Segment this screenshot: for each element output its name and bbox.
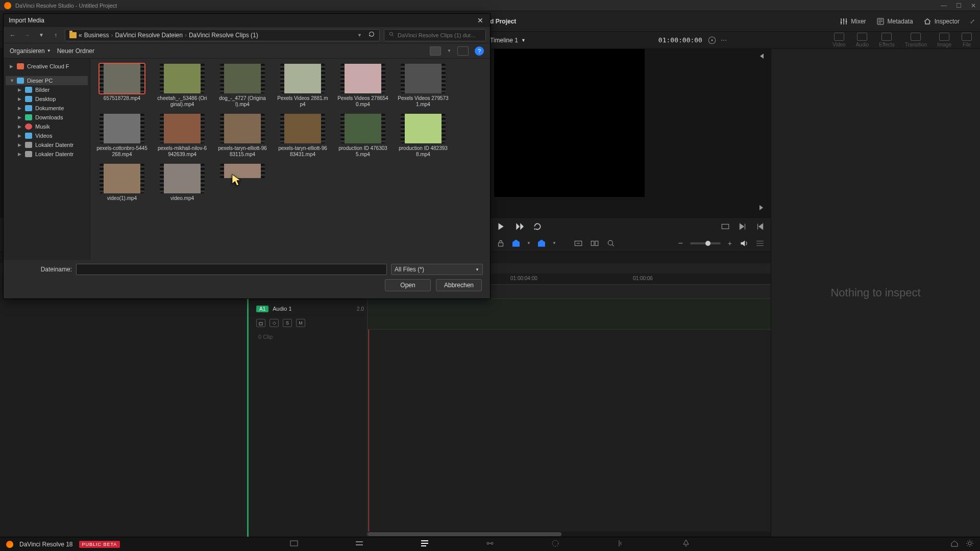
file-item[interactable]: Pexels Videos 2881.mp4 bbox=[277, 64, 328, 108]
next-frame-button[interactable] bbox=[514, 222, 524, 231]
page-edit-icon[interactable] bbox=[420, 539, 429, 550]
tree-item-videos[interactable]: ▶Videos bbox=[6, 131, 88, 140]
page-cut-icon[interactable] bbox=[355, 539, 364, 550]
goto-start-icon[interactable] bbox=[755, 222, 765, 231]
track-header-a1[interactable]: A1 Audio 1 2.0 bbox=[256, 302, 364, 315]
file-item[interactable]: pexels-taryn-elliott-9683115.mp4 bbox=[217, 114, 268, 158]
search-box[interactable] bbox=[384, 29, 486, 41]
file-item[interactable]: production ID 4823938.mp4 bbox=[398, 114, 449, 158]
zoom-fit-icon[interactable] bbox=[574, 239, 583, 248]
track-solo-a1[interactable]: S bbox=[283, 319, 292, 327]
track-lane-a1[interactable] bbox=[368, 299, 771, 330]
open-button[interactable]: Open bbox=[385, 279, 431, 291]
page-media-icon[interactable] bbox=[289, 539, 299, 550]
nav-back-button[interactable]: ← bbox=[8, 30, 18, 40]
thumbnail-view-button[interactable] bbox=[430, 46, 441, 56]
loop-button[interactable] bbox=[533, 222, 542, 231]
tree-item-creative-cloud[interactable]: ▶Creative Cloud F bbox=[6, 62, 88, 71]
organize-dropdown[interactable]: Organisieren ▼ bbox=[10, 47, 51, 55]
inspector-tab-effects[interactable]: Effects bbox=[876, 32, 897, 48]
track-lock-a1[interactable] bbox=[256, 319, 265, 327]
breadcrumb-item[interactable]: DaVinci Resolve Dateien bbox=[115, 32, 183, 39]
file-item[interactable]: video(1).mp4 bbox=[96, 164, 148, 202]
match-frame-icon[interactable] bbox=[721, 222, 730, 231]
page-fairlight-icon[interactable] bbox=[616, 539, 625, 550]
jump-end-icon[interactable] bbox=[757, 204, 766, 213]
search-input[interactable] bbox=[398, 32, 481, 38]
panel-expand-icon[interactable]: ⤢ bbox=[970, 18, 975, 25]
cancel-button[interactable]: Abbrechen bbox=[436, 279, 482, 291]
dialog-close-button[interactable]: ✕ bbox=[476, 16, 485, 25]
file-item[interactable]: 657518728.mp4 bbox=[96, 64, 148, 108]
breadcrumb-overflow[interactable]: « bbox=[79, 32, 82, 39]
viewer-timecode[interactable]: 01:00:00:00 bbox=[658, 36, 702, 44]
list-view-button[interactable] bbox=[457, 46, 469, 56]
marker-blue-1[interactable] bbox=[512, 240, 520, 247]
tree-item-downloads[interactable]: ▶Downloads bbox=[6, 113, 88, 122]
inspector-tab-video[interactable]: Video bbox=[829, 32, 848, 48]
timeline-selector[interactable]: Timeline 1 ▼ bbox=[490, 37, 526, 44]
play-button[interactable] bbox=[496, 222, 505, 231]
marker-blue-2[interactable] bbox=[538, 240, 545, 247]
jump-start-icon[interactable] bbox=[757, 52, 766, 62]
zoom-slider[interactable] bbox=[690, 242, 721, 244]
filename-input[interactable] bbox=[76, 264, 387, 275]
breadcrumb-bar[interactable]: « Business › DaVinci Resolve Dateien › D… bbox=[65, 29, 380, 41]
tree-item-local-disk-1[interactable]: ▶Lokaler Datentr bbox=[6, 140, 88, 149]
zoom-detail-icon[interactable] bbox=[590, 239, 599, 248]
file-filter-select[interactable]: All Files (*) ▼ bbox=[391, 264, 483, 275]
tree-item-local-disk-2[interactable]: ▶Lokaler Datentr bbox=[6, 149, 88, 159]
zoom-custom-icon[interactable] bbox=[606, 239, 616, 248]
file-item[interactable]: pexels-cottonbro-5445268.mp4 bbox=[96, 114, 148, 158]
timeline-canvas[interactable]: 01:00:02:00 01:00:04:00 01:00:06 bbox=[368, 273, 771, 537]
minimize-button[interactable]: — bbox=[941, 2, 947, 9]
refresh-button[interactable] bbox=[368, 31, 375, 39]
inspector-tab-audio[interactable]: Audio bbox=[853, 32, 872, 48]
timeline-options-icon[interactable] bbox=[755, 239, 765, 248]
home-icon[interactable] bbox=[950, 539, 959, 549]
info-button[interactable]: ? bbox=[475, 46, 484, 56]
breadcrumb-item[interactable]: DaVinci Resolve Clips (1) bbox=[189, 32, 258, 39]
file-item[interactable]: Pexels Videos 2786540.mp4 bbox=[337, 64, 388, 108]
file-item[interactable]: Pexels Videos 2795731.mp4 bbox=[398, 64, 449, 108]
file-item[interactable] bbox=[217, 164, 268, 202]
close-button[interactable]: ✕ bbox=[971, 2, 976, 9]
tree-item-music[interactable]: ▶Musik bbox=[6, 122, 88, 131]
track-mute-a1[interactable]: M bbox=[296, 319, 305, 327]
file-item[interactable]: pexels-mikhail-nilov-6942639.mp4 bbox=[157, 114, 208, 158]
inspector-tab-image[interactable]: Image bbox=[934, 32, 954, 48]
zoom-out-button[interactable]: − bbox=[678, 239, 682, 248]
mixer-button[interactable]: Mixer bbox=[840, 17, 866, 26]
nav-forward-button[interactable]: → bbox=[22, 30, 32, 40]
tree-item-documents[interactable]: ▶Dokumente bbox=[6, 104, 88, 113]
metadata-button[interactable]: Metadata bbox=[876, 17, 913, 26]
maximize-button[interactable]: ☐ bbox=[956, 2, 962, 9]
file-item[interactable]: dog_-_4727 (Original).mp4 bbox=[217, 64, 268, 108]
zoom-in-button[interactable]: + bbox=[728, 239, 732, 247]
breadcrumb-item[interactable]: Business bbox=[84, 32, 109, 39]
view-dropdown[interactable]: ▼ bbox=[447, 48, 451, 53]
marker-dropdown-1[interactable]: ▼ bbox=[527, 241, 531, 245]
viewer-preview[interactable] bbox=[494, 49, 645, 197]
file-grid[interactable]: 657518728.mp4cheetah_-_53486 (Original).… bbox=[90, 59, 490, 260]
tree-item-this-pc[interactable]: ▼Dieser PC bbox=[6, 76, 88, 85]
page-deliver-icon[interactable] bbox=[681, 539, 691, 550]
goto-end-icon[interactable] bbox=[738, 222, 747, 231]
nav-up-button[interactable]: ↑ bbox=[51, 30, 61, 40]
file-item[interactable]: production ID 4763035.mp4 bbox=[337, 114, 388, 158]
track-auto-a1[interactable]: ◇ bbox=[270, 319, 279, 327]
page-color-icon[interactable] bbox=[551, 539, 560, 550]
new-folder-button[interactable]: Neuer Ordner bbox=[57, 47, 94, 55]
viewer-menu-icon[interactable]: ⋯ bbox=[721, 37, 727, 44]
track-badge-a1[interactable]: A1 bbox=[256, 306, 268, 312]
inspector-tab-transition[interactable]: Transition bbox=[902, 32, 930, 48]
breadcrumb-dropdown[interactable]: ▼ bbox=[357, 33, 362, 38]
timeline-scrollbar[interactable] bbox=[368, 532, 771, 537]
folder-tree[interactable]: ▶Creative Cloud F ▼Dieser PC ▶Bilder ▶De… bbox=[4, 59, 90, 260]
inspector-tab-file[interactable]: File bbox=[959, 32, 975, 48]
dialog-titlebar[interactable]: Import Media ✕ bbox=[4, 14, 490, 27]
timeline[interactable]: V1 ◇ ▭ A1 Audio 1 2.0 ◇ S M bbox=[0, 273, 771, 537]
page-fusion-icon[interactable] bbox=[485, 539, 495, 550]
viewer-options-icon[interactable] bbox=[707, 36, 717, 45]
file-item[interactable]: pexels-taryn-elliott-9683431.mp4 bbox=[277, 114, 328, 158]
